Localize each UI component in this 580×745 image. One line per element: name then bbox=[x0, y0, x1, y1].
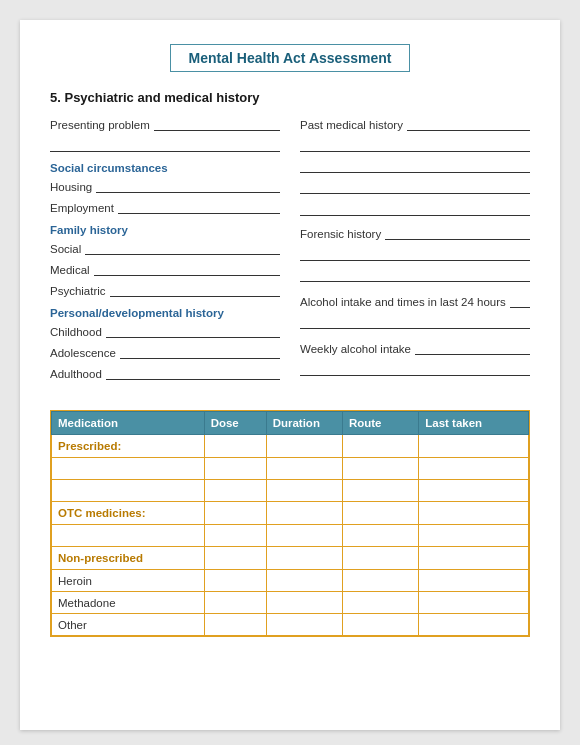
forensic-line3 bbox=[300, 266, 530, 282]
past-medical-line5 bbox=[300, 200, 530, 216]
col-header-medication: Medication bbox=[52, 412, 205, 435]
psychiatric-field: Psychiatric bbox=[50, 281, 280, 297]
social-input[interactable] bbox=[85, 239, 280, 255]
form-body: Presenting problem Social circumstances … bbox=[50, 115, 530, 388]
housing-field: Housing bbox=[50, 177, 280, 193]
medical-label: Medical bbox=[50, 264, 90, 276]
page: Mental Health Act Assessment 5. Psychiat… bbox=[20, 20, 560, 730]
prescribed-duration[interactable] bbox=[266, 435, 342, 458]
employment-input[interactable] bbox=[118, 198, 280, 214]
other-label: Other bbox=[52, 614, 205, 636]
medication-table: Medication Dose Duration Route Last take… bbox=[51, 411, 529, 636]
prescribed-route[interactable] bbox=[342, 435, 418, 458]
forensic-input[interactable] bbox=[385, 224, 530, 240]
childhood-label: Childhood bbox=[50, 326, 102, 338]
social-circumstances-group: Social circumstances Housing Employment bbox=[50, 162, 280, 214]
adolescence-field: Adolescence bbox=[50, 343, 280, 359]
past-medical-line2 bbox=[300, 136, 530, 152]
presenting-problem-label: Presenting problem bbox=[50, 119, 150, 131]
alcohol-line2 bbox=[300, 313, 530, 329]
section-title: Psychiatric and medical history bbox=[64, 90, 259, 105]
col-header-route: Route bbox=[342, 412, 418, 435]
table-row-otc-1 bbox=[52, 525, 529, 547]
forensic-field: Forensic history bbox=[300, 224, 530, 240]
adolescence-label: Adolescence bbox=[50, 347, 116, 359]
weekly-label: Weekly alcohol intake bbox=[300, 343, 411, 355]
table-row-prescribed-2 bbox=[52, 480, 529, 502]
table-row-nonprescribed: Non-prescribed bbox=[52, 547, 529, 570]
weekly-line2 bbox=[300, 360, 530, 376]
nonprescribed-label: Non-prescribed bbox=[52, 547, 205, 570]
adulthood-label: Adulthood bbox=[50, 368, 102, 380]
childhood-input[interactable] bbox=[106, 322, 280, 338]
past-medical-field: Past medical history bbox=[300, 115, 530, 131]
psychiatric-label: Psychiatric bbox=[50, 285, 106, 297]
title-block: Mental Health Act Assessment bbox=[50, 44, 530, 72]
alcohol-input[interactable] bbox=[510, 292, 530, 308]
table-row-methadone: Methadone bbox=[52, 592, 529, 614]
table-header-row: Medication Dose Duration Route Last take… bbox=[52, 412, 529, 435]
table-row-otc: OTC medicines: bbox=[52, 502, 529, 525]
employment-field: Employment bbox=[50, 198, 280, 214]
section-number: 5. bbox=[50, 90, 64, 105]
col-header-dose: Dose bbox=[204, 412, 266, 435]
past-medical-label: Past medical history bbox=[300, 119, 403, 131]
adulthood-input[interactable] bbox=[106, 364, 280, 380]
family-history-label: Family history bbox=[50, 224, 280, 236]
personal-history-label: Personal/developmental history bbox=[50, 307, 280, 319]
medication-table-wrapper: Medication Dose Duration Route Last take… bbox=[50, 410, 530, 637]
adulthood-field: Adulthood bbox=[50, 364, 280, 380]
presenting-problem-input[interactable] bbox=[154, 115, 280, 131]
prescribed-lasttaken[interactable] bbox=[419, 435, 529, 458]
alcohol-label: Alcohol intake and times in last 24 hour… bbox=[300, 296, 506, 308]
methadone-label: Methadone bbox=[52, 592, 205, 614]
weekly-alcohol-field: Weekly alcohol intake bbox=[300, 339, 530, 355]
past-medical-input[interactable] bbox=[407, 115, 530, 131]
personal-history-group: Personal/developmental history Childhood… bbox=[50, 307, 280, 380]
weekly-input[interactable] bbox=[415, 339, 530, 355]
social-field: Social bbox=[50, 239, 280, 255]
prescribed-dose[interactable] bbox=[204, 435, 266, 458]
social-label: Social bbox=[50, 243, 81, 255]
adolescence-input[interactable] bbox=[120, 343, 280, 359]
forensic-label: Forensic history bbox=[300, 228, 381, 240]
forensic-line2 bbox=[300, 245, 530, 261]
alcohol-field: Alcohol intake and times in last 24 hour… bbox=[300, 292, 530, 308]
medical-field: Medical bbox=[50, 260, 280, 276]
childhood-field: Childhood bbox=[50, 322, 280, 338]
medical-input[interactable] bbox=[94, 260, 280, 276]
right-column: Past medical history Forensic history Al… bbox=[300, 115, 530, 388]
heroin-label: Heroin bbox=[52, 570, 205, 592]
employment-label: Employment bbox=[50, 202, 114, 214]
family-history-group: Family history Social Medical Psychiatri… bbox=[50, 224, 280, 297]
table-row-other: Other bbox=[52, 614, 529, 636]
social-circumstances-label: Social circumstances bbox=[50, 162, 280, 174]
presenting-problem-line2 bbox=[50, 136, 280, 152]
table-row-prescribed: Prescribed: bbox=[52, 435, 529, 458]
left-column: Presenting problem Social circumstances … bbox=[50, 115, 280, 388]
table-row-prescribed-1 bbox=[52, 458, 529, 480]
past-medical-line3 bbox=[300, 157, 530, 173]
psychiatric-input[interactable] bbox=[110, 281, 280, 297]
otc-label: OTC medicines: bbox=[52, 502, 205, 525]
presenting-problem-field: Presenting problem bbox=[50, 115, 280, 131]
housing-input[interactable] bbox=[96, 177, 280, 193]
prescribed-label: Prescribed: bbox=[52, 435, 205, 458]
col-header-lasttaken: Last taken bbox=[419, 412, 529, 435]
housing-label: Housing bbox=[50, 181, 92, 193]
table-row-heroin: Heroin bbox=[52, 570, 529, 592]
page-title: Mental Health Act Assessment bbox=[170, 44, 411, 72]
section-heading: 5. Psychiatric and medical history bbox=[50, 90, 530, 105]
col-header-duration: Duration bbox=[266, 412, 342, 435]
past-medical-line4 bbox=[300, 178, 530, 194]
